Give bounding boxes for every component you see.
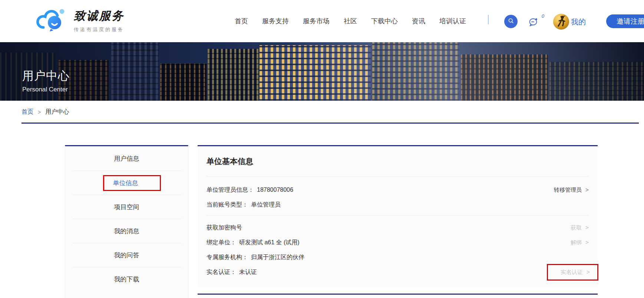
- action-实名认证[interactable]: 实名认证>: [547, 264, 598, 281]
- breadcrumb-rule: [22, 123, 639, 124]
- brand-logo[interactable]: 致诚服务 传递有温度的服务: [35, 7, 124, 33]
- chevron-right-icon: >: [585, 187, 589, 193]
- info-value: 归属于浙江区的伙伴: [251, 254, 304, 260]
- info-row-text: 实名认证：未认证: [207, 268, 257, 276]
- info-group-binding: 获取加密狗号获取>绑定单位：研发测试 a61 全 (试用)解绑>专属服务机构：归…: [207, 220, 589, 279]
- nav-item-4[interactable]: 下载中心: [371, 17, 398, 26]
- info-row-text: 单位管理员信息：18780078006: [207, 186, 293, 194]
- nav-item-1[interactable]: 服务支持: [262, 17, 289, 26]
- panel-title: 单位基本信息: [207, 146, 589, 167]
- brand-name: 致诚服务: [74, 8, 124, 24]
- cloud-smile-logo-icon: [35, 7, 66, 33]
- info-value: 未认证: [239, 269, 257, 275]
- panel-divider: [207, 176, 589, 177]
- breadcrumb-current: 用户中心: [45, 108, 69, 116]
- chevron-right-icon: >: [587, 269, 590, 275]
- action-获取[interactable]: 获取>: [571, 224, 589, 231]
- messages-button[interactable]: 0: [528, 16, 544, 29]
- banner-title: 用户中心: [22, 68, 70, 84]
- nav-item-2[interactable]: 服务市场: [303, 17, 330, 26]
- nav-item-3[interactable]: 社区: [344, 17, 357, 26]
- banner-subtitle: Personal Center: [22, 86, 70, 93]
- chevron-right-icon: >: [585, 224, 589, 231]
- breadcrumb-home-link[interactable]: 首页: [22, 108, 33, 116]
- next-panel-top-edge: [198, 294, 598, 298]
- page-banner: 用户中心 Personal Center: [0, 42, 644, 101]
- sidebar-item-label: 我的下载: [114, 275, 139, 284]
- action-label: 实名认证: [561, 269, 583, 275]
- sidebar-item-label: 单位信息: [103, 175, 161, 191]
- info-row: 绑定单位：研发测试 a61 全 (试用)解绑>: [207, 235, 589, 250]
- info-row: 单位管理员信息：18780078006转移管理员>: [207, 183, 589, 197]
- action-label: 解绑: [571, 239, 582, 245]
- sidebar-item-4[interactable]: 我的问答: [72, 243, 181, 267]
- breadcrumb: 首页 > 用户中心: [22, 108, 69, 116]
- sidebar-item-label: 我的问答: [114, 251, 139, 260]
- my-account-link[interactable]: 我的: [571, 17, 586, 27]
- info-label: 当前账号类型：: [207, 201, 248, 208]
- breadcrumb-separator: >: [38, 109, 41, 115]
- nav-item-6[interactable]: 培训认证: [439, 17, 466, 26]
- brand-tagline: 传递有温度的服务: [74, 26, 124, 33]
- sidebar-item-3[interactable]: 我的消息: [72, 219, 181, 243]
- info-label: 获取加密狗号: [207, 224, 242, 231]
- nav-item-0[interactable]: 首页: [235, 17, 248, 26]
- header-divider: [488, 15, 489, 24]
- action-label: 转移管理员: [554, 187, 582, 193]
- user-center-sidebar: 用户信息单位信息项目空间我的消息我的问答我的下载: [65, 145, 188, 298]
- info-row-text: 绑定单位：研发测试 a61 全 (试用): [207, 239, 300, 247]
- message-bubble-icon: [528, 23, 540, 29]
- action-label: 获取: [571, 224, 582, 231]
- info-row-text: 获取加密狗号: [207, 224, 242, 232]
- search-icon: [507, 17, 515, 26]
- invite-register-button[interactable]: 邀请注册: [606, 14, 644, 28]
- runner-silhouette-icon: [553, 14, 569, 30]
- top-header: 致诚服务 传递有温度的服务 首页服务支持服务市场社区下载中心资讯培训认证 0: [0, 0, 644, 42]
- info-row: 实名认证：未认证实名认证>: [207, 265, 589, 279]
- action-转移管理员[interactable]: 转移管理员>: [554, 187, 589, 194]
- sidebar-item-5[interactable]: 我的下载: [72, 267, 181, 291]
- sidebar-item-label: 项目空间: [114, 203, 139, 211]
- search-button[interactable]: [504, 15, 518, 28]
- sidebar-item-2[interactable]: 项目空间: [72, 195, 181, 219]
- message-count-badge: 0: [542, 13, 544, 19]
- info-label: 单位管理员信息：: [207, 187, 254, 193]
- info-label: 专属服务机构：: [207, 254, 248, 260]
- sidebar-item-label: 用户信息: [114, 154, 139, 163]
- chevron-right-icon: >: [585, 239, 589, 246]
- info-group-account: 单位管理员信息：18780078006转移管理员>当前账号类型：单位管理员: [207, 183, 589, 212]
- banner-haze-overlay: [0, 42, 644, 101]
- info-row: 专属服务机构：归属于浙江区的伙伴: [207, 250, 589, 265]
- info-value: 单位管理员: [251, 201, 281, 208]
- sidebar-item-label: 我的消息: [114, 227, 139, 235]
- info-row: 当前账号类型：单位管理员: [207, 197, 589, 212]
- unit-info-panel: 单位基本信息 单位管理员信息：18780078006转移管理员>当前账号类型：单…: [198, 145, 598, 287]
- panel-divider: [207, 215, 589, 216]
- sidebar-item-0[interactable]: 用户信息: [65, 146, 188, 171]
- nav-item-5[interactable]: 资讯: [412, 17, 425, 26]
- action-解绑[interactable]: 解绑>: [571, 239, 589, 246]
- info-row-text: 当前账号类型：单位管理员: [207, 201, 281, 209]
- sidebar-item-1[interactable]: 单位信息: [72, 171, 181, 195]
- info-label: 实名认证：: [207, 269, 236, 275]
- info-row: 获取加密狗号获取>: [207, 220, 589, 235]
- info-value: 18780078006: [257, 187, 293, 193]
- info-label: 绑定单位：: [207, 239, 236, 245]
- info-value: 研发测试 a61 全 (试用): [239, 239, 300, 245]
- user-avatar[interactable]: [553, 14, 569, 30]
- info-row-text: 专属服务机构：归属于浙江区的伙伴: [207, 254, 304, 261]
- main-nav: 首页服务支持服务市场社区下载中心资讯培训认证: [235, 0, 466, 42]
